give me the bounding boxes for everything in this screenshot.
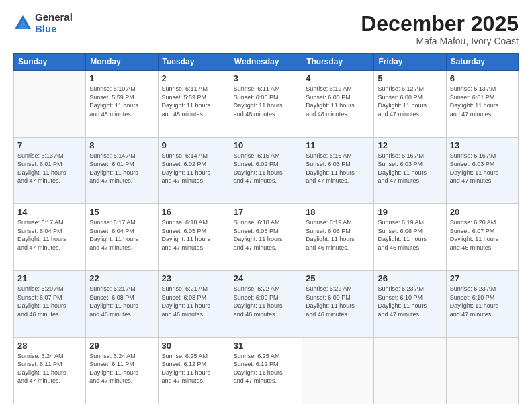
cell-info-text: Sunrise: 6:17 AMSunset: 6:04 PMDaylight:… [89, 218, 154, 252]
cell-day-number: 13 [450, 140, 515, 150]
cell-day-number: 6 [450, 73, 515, 83]
calendar-cell: 8Sunrise: 6:14 AMSunset: 6:01 PMDaylight… [86, 137, 158, 203]
calendar-cell: 30Sunrise: 6:25 AMSunset: 6:12 PMDayligh… [158, 337, 230, 404]
cell-day-number: 16 [162, 207, 226, 217]
calendar-cell [302, 337, 374, 404]
cell-info-text: Sunrise: 6:23 AMSunset: 6:10 PMDaylight:… [450, 285, 515, 318]
cell-day-number: 27 [450, 273, 515, 283]
cell-day-number: 8 [89, 140, 154, 150]
cell-info-text: Sunrise: 6:22 AMSunset: 6:09 PMDaylight:… [306, 285, 370, 318]
cell-day-number: 1 [89, 73, 154, 83]
calendar-cell: 5Sunrise: 6:12 AMSunset: 6:00 PMDaylight… [374, 71, 446, 137]
cell-day-number: 31 [234, 340, 298, 351]
cell-day-number: 23 [162, 273, 226, 283]
calendar-cell: 11Sunrise: 6:15 AMSunset: 6:03 PMDayligh… [302, 137, 374, 203]
day-header-monday: Monday [86, 54, 158, 71]
calendar-cell: 18Sunrise: 6:19 AMSunset: 6:06 PMDayligh… [302, 203, 374, 270]
calendar-cell: 29Sunrise: 6:24 AMSunset: 6:11 PMDayligh… [86, 337, 158, 404]
day-header-saturday: Saturday [446, 54, 518, 71]
cell-info-text: Sunrise: 6:21 AMSunset: 6:08 PMDaylight:… [89, 285, 154, 318]
cell-info-text: Sunrise: 6:18 AMSunset: 6:05 PMDaylight:… [162, 218, 226, 252]
logo-icon [13, 14, 32, 33]
cell-info-text: Sunrise: 6:24 AMSunset: 6:11 PMDaylight:… [17, 352, 82, 385]
calendar-cell: 1Sunrise: 6:10 AMSunset: 5:59 PMDaylight… [86, 71, 158, 137]
cell-info-text: Sunrise: 6:23 AMSunset: 6:10 PMDaylight:… [378, 285, 442, 318]
cell-day-number: 5 [378, 73, 442, 83]
calendar-cell: 21Sunrise: 6:20 AMSunset: 6:07 PMDayligh… [14, 271, 86, 337]
cell-info-text: Sunrise: 6:14 AMSunset: 6:02 PMDaylight:… [162, 152, 226, 185]
cell-day-number: 4 [306, 73, 370, 83]
calendar-cell [374, 337, 446, 404]
cell-info-text: Sunrise: 6:16 AMSunset: 6:03 PMDaylight:… [378, 152, 442, 185]
cell-info-text: Sunrise: 6:11 AMSunset: 6:00 PMDaylight:… [234, 85, 298, 118]
calendar-cell: 4Sunrise: 6:12 AMSunset: 6:00 PMDaylight… [302, 71, 374, 137]
calendar-cell: 10Sunrise: 6:15 AMSunset: 6:02 PMDayligh… [230, 137, 302, 203]
logo-general-text: General [35, 12, 73, 24]
cell-info-text: Sunrise: 6:24 AMSunset: 6:11 PMDaylight:… [89, 352, 154, 385]
calendar-cell: 6Sunrise: 6:13 AMSunset: 6:01 PMDaylight… [446, 71, 518, 137]
day-header-sunday: Sunday [14, 54, 86, 71]
calendar-header-row: SundayMondayTuesdayWednesdayThursdayFrid… [14, 54, 519, 71]
calendar-week-3: 14Sunrise: 6:17 AMSunset: 6:04 PMDayligh… [14, 203, 519, 270]
cell-day-number: 17 [234, 207, 298, 217]
cell-info-text: Sunrise: 6:13 AMSunset: 6:01 PMDaylight:… [450, 85, 515, 118]
cell-info-text: Sunrise: 6:19 AMSunset: 6:06 PMDaylight:… [306, 218, 370, 252]
cell-info-text: Sunrise: 6:19 AMSunset: 6:06 PMDaylight:… [378, 218, 442, 252]
calendar-cell: 3Sunrise: 6:11 AMSunset: 6:00 PMDaylight… [230, 71, 302, 137]
page: General Blue December 2025 Mafa Mafou, I… [0, 0, 532, 411]
title-block: December 2025 Mafa Mafou, Ivory Coast [361, 12, 519, 46]
cell-day-number: 9 [162, 140, 226, 150]
calendar-cell: 19Sunrise: 6:19 AMSunset: 6:06 PMDayligh… [374, 203, 446, 270]
calendar-cell: 2Sunrise: 6:11 AMSunset: 5:59 PMDaylight… [158, 71, 230, 137]
cell-info-text: Sunrise: 6:21 AMSunset: 6:08 PMDaylight:… [162, 285, 226, 318]
calendar-cell: 26Sunrise: 6:23 AMSunset: 6:10 PMDayligh… [374, 271, 446, 337]
cell-day-number: 26 [378, 273, 442, 283]
cell-day-number: 28 [17, 340, 82, 351]
cell-day-number: 15 [89, 207, 154, 217]
cell-day-number: 19 [378, 207, 442, 217]
calendar-cell: 28Sunrise: 6:24 AMSunset: 6:11 PMDayligh… [14, 337, 86, 404]
calendar-cell: 17Sunrise: 6:18 AMSunset: 6:05 PMDayligh… [230, 203, 302, 270]
cell-day-number: 2 [162, 73, 226, 83]
cell-info-text: Sunrise: 6:10 AMSunset: 5:59 PMDaylight:… [89, 85, 154, 118]
cell-day-number: 11 [306, 140, 370, 150]
calendar-cell: 13Sunrise: 6:16 AMSunset: 6:03 PMDayligh… [446, 137, 518, 203]
cell-day-number: 3 [234, 73, 298, 83]
cell-info-text: Sunrise: 6:25 AMSunset: 6:12 PMDaylight:… [162, 352, 226, 385]
month-title: December 2025 [361, 12, 519, 36]
calendar-cell: 23Sunrise: 6:21 AMSunset: 6:08 PMDayligh… [158, 271, 230, 337]
cell-info-text: Sunrise: 6:18 AMSunset: 6:05 PMDaylight:… [234, 218, 298, 252]
calendar-cell: 7Sunrise: 6:13 AMSunset: 6:01 PMDaylight… [14, 137, 86, 203]
cell-info-text: Sunrise: 6:22 AMSunset: 6:09 PMDaylight:… [234, 285, 298, 318]
cell-day-number: 7 [17, 140, 82, 150]
cell-info-text: Sunrise: 6:13 AMSunset: 6:01 PMDaylight:… [17, 152, 82, 185]
calendar-cell: 27Sunrise: 6:23 AMSunset: 6:10 PMDayligh… [446, 271, 518, 337]
calendar-cell: 15Sunrise: 6:17 AMSunset: 6:04 PMDayligh… [86, 203, 158, 270]
calendar-cell: 20Sunrise: 6:20 AMSunset: 6:07 PMDayligh… [446, 203, 518, 270]
day-header-friday: Friday [374, 54, 446, 71]
calendar-cell: 16Sunrise: 6:18 AMSunset: 6:05 PMDayligh… [158, 203, 230, 270]
calendar-cell: 9Sunrise: 6:14 AMSunset: 6:02 PMDaylight… [158, 137, 230, 203]
calendar-cell: 24Sunrise: 6:22 AMSunset: 6:09 PMDayligh… [230, 271, 302, 337]
cell-day-number: 22 [89, 273, 154, 283]
calendar-cell: 14Sunrise: 6:17 AMSunset: 6:04 PMDayligh… [14, 203, 86, 270]
calendar-week-2: 7Sunrise: 6:13 AMSunset: 6:01 PMDaylight… [14, 137, 519, 203]
cell-day-number: 14 [17, 207, 82, 217]
calendar-week-1: 1Sunrise: 6:10 AMSunset: 5:59 PMDaylight… [14, 71, 519, 137]
header: General Blue December 2025 Mafa Mafou, I… [13, 12, 519, 46]
logo: General Blue [13, 12, 73, 34]
cell-info-text: Sunrise: 6:15 AMSunset: 6:02 PMDaylight:… [234, 152, 298, 185]
calendar-cell: 31Sunrise: 6:25 AMSunset: 6:12 PMDayligh… [230, 337, 302, 404]
cell-info-text: Sunrise: 6:12 AMSunset: 6:00 PMDaylight:… [306, 85, 370, 118]
cell-day-number: 30 [162, 340, 226, 351]
cell-day-number: 21 [17, 273, 82, 283]
calendar-week-5: 28Sunrise: 6:24 AMSunset: 6:11 PMDayligh… [14, 337, 519, 404]
calendar-week-4: 21Sunrise: 6:20 AMSunset: 6:07 PMDayligh… [14, 271, 519, 337]
cell-info-text: Sunrise: 6:20 AMSunset: 6:07 PMDaylight:… [17, 285, 82, 318]
subtitle: Mafa Mafou, Ivory Coast [361, 36, 519, 46]
cell-info-text: Sunrise: 6:14 AMSunset: 6:01 PMDaylight:… [89, 152, 154, 185]
cell-info-text: Sunrise: 6:11 AMSunset: 5:59 PMDaylight:… [162, 85, 226, 118]
day-header-thursday: Thursday [302, 54, 374, 71]
cell-info-text: Sunrise: 6:16 AMSunset: 6:03 PMDaylight:… [450, 152, 515, 185]
cell-info-text: Sunrise: 6:20 AMSunset: 6:07 PMDaylight:… [450, 218, 515, 252]
